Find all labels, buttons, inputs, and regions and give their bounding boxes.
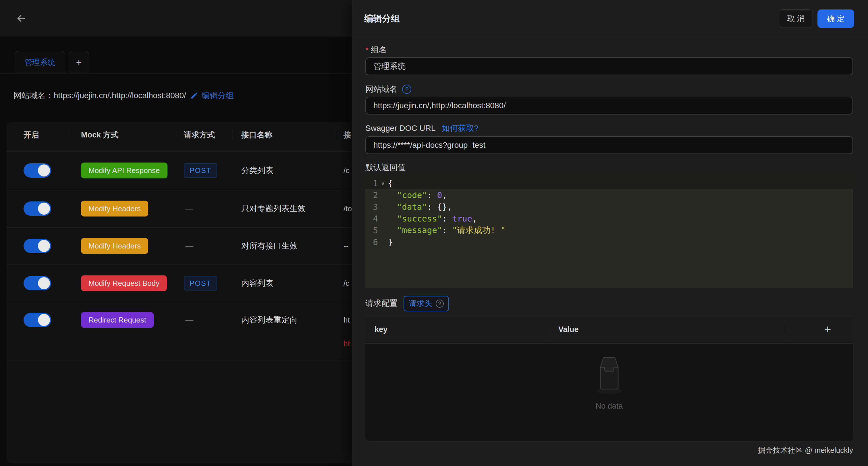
method-empty-dash: — <box>185 241 193 251</box>
api-redirect-url-cell: ht <box>343 339 350 348</box>
domain-label: 网站域名： <box>13 90 54 101</box>
how-to-get-link[interactable]: 如何获取? <box>442 123 478 134</box>
add-tab-button[interactable]: + <box>69 51 89 73</box>
enable-toggle[interactable] <box>24 276 51 290</box>
col-header-mock: Mock 方式 <box>81 130 119 140</box>
code-lines: 1∨{2"code": 0,3"data": {},4"success": tr… <box>365 177 853 248</box>
header-separator <box>336 130 336 139</box>
kv-header-separator <box>551 323 551 336</box>
api-name-cell: 分类列表 <box>241 165 273 176</box>
empty-state: No data <box>365 353 853 411</box>
api-url-cell: /to <box>343 204 352 213</box>
fold-chevron-icon[interactable]: ∨ <box>378 180 388 187</box>
pencil-icon <box>190 92 198 100</box>
code-text: } <box>388 237 393 247</box>
line-number: 6 <box>365 237 378 247</box>
code-line: 4"success": true, <box>365 212 853 224</box>
mock-type-badge: Modify Headers <box>81 201 148 217</box>
api-url-cell: ht <box>343 315 350 325</box>
kv-header-separator <box>785 323 785 336</box>
code-text: { <box>388 178 393 188</box>
plus-icon: + <box>76 57 82 68</box>
enable-toggle[interactable] <box>24 201 51 216</box>
cancel-button[interactable]: 取 消 <box>779 9 813 28</box>
empty-box-icon <box>592 353 626 395</box>
kv-key-header: key <box>375 325 388 334</box>
line-number: 4 <box>365 214 378 224</box>
request-headers-tab[interactable]: 请求头 ? <box>404 296 449 311</box>
mock-type-badge: Modify Headers <box>81 238 148 254</box>
api-url-cell: /c <box>343 166 349 175</box>
code-line: 3"data": {}, <box>365 201 853 212</box>
request-config-label: 请求配置 <box>365 298 398 309</box>
edit-group-drawer: 编辑分组 取 消 确 定 * 组名 网站域名 ? Swagger DOC URL… <box>352 0 868 466</box>
mock-type-badge: Modify Request Body <box>81 275 167 291</box>
domain-field-label: 网站域名 ? <box>365 84 411 95</box>
app-root: 管理系统 + 网站域名：https://juejin.cn/,http://lo… <box>0 0 868 466</box>
line-number: 2 <box>365 190 378 200</box>
method-tag: POST <box>184 276 217 291</box>
col-header-name: 接口名称 <box>241 130 272 140</box>
no-data-text: No data <box>365 402 853 411</box>
col-header-url: 接 <box>343 130 351 140</box>
code-text: "success": true, <box>388 214 477 224</box>
json-code-editor[interactable]: 1∨{2"code": 0,3"data": {},4"success": tr… <box>365 174 853 288</box>
enable-toggle[interactable] <box>24 163 51 178</box>
tab-group-active[interactable]: 管理系统 <box>14 51 65 73</box>
code-text: "code": 0, <box>388 190 447 200</box>
method-empty-dash: — <box>185 204 193 213</box>
api-url-cell: -- <box>343 242 348 251</box>
line-number: 3 <box>365 202 378 212</box>
confirm-button[interactable]: 确 定 <box>817 9 854 28</box>
code-text: "message": "请求成功! " <box>388 225 505 236</box>
required-asterisk: * <box>365 45 369 55</box>
api-name-cell: 内容列表 <box>241 278 273 289</box>
col-header-enabled: 开启 <box>24 130 39 140</box>
swagger-url-input[interactable] <box>365 136 853 154</box>
header-separator <box>175 130 175 139</box>
method-empty-dash: — <box>185 315 193 325</box>
api-name-cell: 只对专题列表生效 <box>241 203 306 214</box>
drawer-title: 编辑分组 <box>364 12 400 25</box>
editor-top-strip <box>365 174 853 177</box>
code-line: 2"code": 0, <box>365 189 853 201</box>
domain-input[interactable] <box>365 97 853 114</box>
method-tag: POST <box>184 163 217 178</box>
tab-label: 管理系统 <box>24 57 56 67</box>
kv-table-header: key Value + <box>365 315 853 344</box>
question-circle-icon: ? <box>436 300 444 308</box>
code-line: 6} <box>365 236 853 248</box>
edit-group-link[interactable]: 编辑分组 <box>190 90 234 101</box>
default-response-label: 默认返回值 <box>365 162 406 173</box>
watermark-credit: 掘金技术社区 @ meikeluckly <box>758 445 853 455</box>
mock-type-badge: Redirect Request <box>81 312 154 328</box>
swagger-field-label: Swagger DOC URL 如何获取? <box>365 123 478 134</box>
code-line: 5"message": "请求成功! " <box>365 224 853 236</box>
drawer-header: 编辑分组 取 消 确 定 <box>352 0 868 37</box>
request-headers-label: 请求头 <box>409 298 432 309</box>
group-name-label: * 组名 <box>365 44 387 55</box>
add-row-button[interactable]: + <box>824 323 831 336</box>
enable-toggle[interactable] <box>24 313 51 327</box>
back-arrow-icon[interactable] <box>15 12 28 24</box>
code-text: "data": {}, <box>388 202 452 212</box>
api-url-cell: /c <box>343 279 349 288</box>
edit-group-label: 编辑分组 <box>202 90 234 101</box>
domain-line: 网站域名：https://juejin.cn/,http://localhost… <box>13 90 234 101</box>
api-name-cell: 内容列表重定向 <box>241 314 298 325</box>
code-line: 1∨{ <box>365 177 853 189</box>
line-number: 5 <box>365 226 378 235</box>
mock-type-badge: Modify API Response <box>81 163 167 178</box>
enable-toggle[interactable] <box>24 239 51 253</box>
kv-value-header: Value <box>558 325 579 334</box>
col-header-method: 请求方式 <box>184 130 215 140</box>
group-name-input[interactable] <box>365 57 853 75</box>
kv-table-body: No data <box>365 344 853 441</box>
question-circle-icon[interactable]: ? <box>402 85 411 94</box>
header-separator <box>232 130 232 139</box>
api-name-cell: 对所有接口生效 <box>241 240 298 252</box>
line-number: 1 <box>365 178 378 188</box>
domain-value: https://juejin.cn/,http://localhost:8080… <box>54 91 186 100</box>
